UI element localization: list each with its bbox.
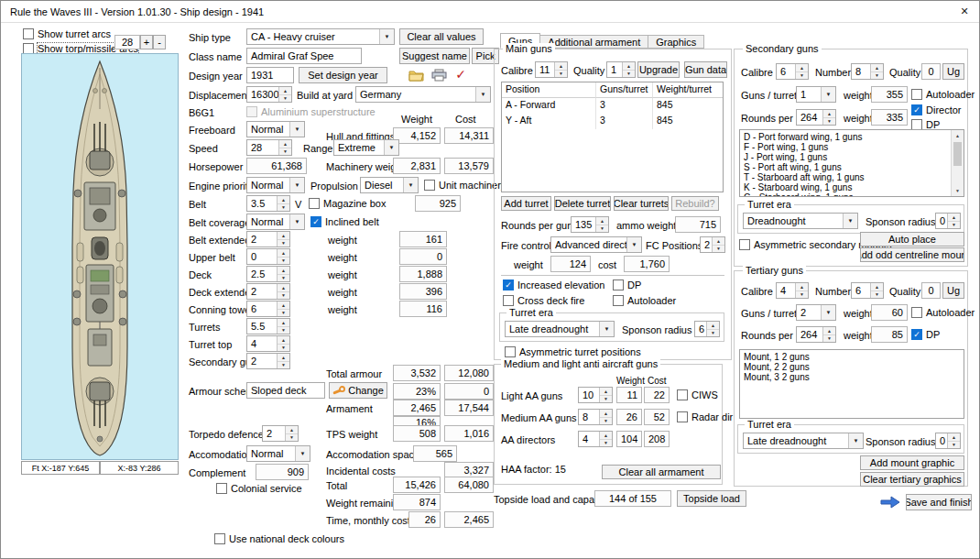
fire-control-select[interactable]: Advanced director (550, 236, 642, 253)
spinner-arrows-icon[interactable] (622, 62, 635, 77)
spinner-arrows-icon[interactable] (712, 237, 724, 252)
dropdown-arrow-icon[interactable] (289, 122, 304, 137)
suggest-name-button[interactable]: Suggest name (399, 48, 470, 64)
secondary-turret-era-select[interactable]: Dreadnought (743, 213, 858, 229)
accomodation-select[interactable]: Normal (246, 445, 310, 462)
dropdown-arrow-icon[interactable] (821, 87, 835, 102)
tertiary-upgrade-button[interactable]: Ug (942, 282, 964, 299)
arc-decrease-button[interactable]: - (153, 35, 166, 49)
change-armour-scheme-button[interactable]: Change (329, 382, 387, 399)
spinner-arrows-icon[interactable] (595, 217, 608, 232)
main-quality-spinner[interactable]: 1 (606, 61, 636, 78)
tertiary-rounds-spinner[interactable]: 264 (796, 326, 836, 343)
main-autoloader-checkbox[interactable]: Autoloader (613, 294, 676, 307)
arc-increase-button[interactable]: + (140, 35, 153, 49)
increased-elevation-checkbox[interactable]: Increased elevation (503, 279, 604, 291)
secondary-guns-per-turret-select[interactable]: 1 (796, 86, 836, 103)
clear-turrets-button[interactable]: Clear turrets (614, 196, 669, 211)
close-button[interactable]: ✕ (950, 1, 979, 22)
spinner-arrows-icon[interactable] (599, 388, 612, 402)
spinner-arrows-icon[interactable] (277, 284, 289, 299)
medium-aa-spinner[interactable]: 8 (578, 409, 613, 425)
topside-load-button[interactable]: Topside load (677, 490, 746, 507)
tertiary-mounts-list[interactable]: Mount, 1 2 guns Mount, 2 2 guns Mount, 3… (739, 349, 964, 419)
secondary-guns-armour-spinner[interactable]: 2 (246, 353, 290, 369)
range-select[interactable]: Extreme (333, 139, 399, 156)
list-item[interactable]: Mount, 1 2 guns (744, 352, 960, 362)
table-row[interactable]: Y - Aft3845 (502, 114, 723, 129)
tab-additional-armament[interactable]: Additional armament (540, 35, 648, 49)
dropdown-arrow-icon[interactable] (403, 178, 418, 192)
delete-turret-button[interactable]: Delete turret (554, 196, 611, 211)
load-folder-icon[interactable] (407, 68, 425, 82)
spinner-arrows-icon[interactable] (870, 64, 883, 79)
secondary-upgrade-button[interactable]: Ug (942, 63, 964, 80)
gun-data-button[interactable]: Gun data (684, 61, 727, 78)
scroll-up-icon[interactable] (952, 130, 964, 141)
aa-directors-spinner[interactable]: 4 (578, 431, 613, 447)
magazine-box-checkbox[interactable]: Magazine box (309, 197, 387, 210)
design-year-input[interactable]: 1931 (246, 67, 294, 83)
scroll-down-icon[interactable] (952, 185, 964, 196)
tertiary-dp-checkbox[interactable]: DP (911, 328, 940, 341)
speed-spinner[interactable]: 28 (246, 139, 292, 156)
tertiary-turret-era-select[interactable]: Late dreadnought (743, 433, 864, 449)
list-item[interactable]: D - Port forward wing, 1 guns (744, 132, 960, 142)
dropdown-arrow-icon[interactable] (475, 87, 490, 102)
dropdown-arrow-icon[interactable] (626, 237, 641, 252)
deck-spinner[interactable]: 2.5 (246, 266, 290, 282)
spinner-arrows-icon[interactable] (277, 232, 289, 247)
list-item[interactable]: S - Port aft wing, 1 guns (744, 162, 960, 172)
main-guns-table[interactable]: Position Guns/turret Weight/turret A - F… (501, 82, 724, 192)
ship-top-view[interactable] (21, 53, 179, 460)
add-mount-graphic-button[interactable]: Add mount graphic (860, 455, 964, 470)
light-aa-spinner[interactable]: 10 (578, 387, 613, 403)
secondary-autoloader-checkbox[interactable]: Autoloader (911, 88, 975, 101)
tertiary-sponson-spinner[interactable]: 0 (935, 433, 961, 449)
spinner-arrows-icon[interactable] (706, 322, 719, 336)
spinner-arrows-icon[interactable] (277, 336, 289, 351)
list-item[interactable]: J - Port wing, 1 guns (744, 152, 960, 162)
tertiary-autoloader-checkbox[interactable]: Autoloader (911, 306, 975, 319)
dropdown-arrow-icon[interactable] (384, 140, 398, 155)
main-dp-checkbox[interactable]: DP (613, 279, 641, 291)
belt-extended-spinner[interactable]: 2 (246, 231, 290, 247)
tertiary-number-spinner[interactable]: 6 (851, 282, 884, 299)
dropdown-arrow-icon[interactable] (379, 29, 394, 44)
list-item[interactable]: T - Starboard aft wing, 1 guns (744, 172, 960, 182)
spinner-arrows-icon[interactable] (277, 196, 289, 211)
belt-coverage-select[interactable]: Normal (246, 214, 305, 230)
show-turret-arcs-checkbox[interactable]: Show turret arcs (23, 27, 111, 40)
deck-extended-spinner[interactable]: 2 (246, 283, 290, 300)
list-item[interactable]: G - Starboard wing, 1 guns (744, 192, 960, 197)
turret-top-spinner[interactable]: 4 (246, 335, 290, 352)
print-icon[interactable] (430, 68, 448, 82)
clear-all-armament-button[interactable]: Clear all armament (602, 465, 721, 479)
spinner-arrows-icon[interactable] (599, 410, 612, 424)
main-turret-era-select[interactable]: Late dreadnought (505, 321, 615, 337)
list-item[interactable]: Mount, 3 2 guns (744, 372, 960, 382)
spinner-arrows-icon[interactable] (278, 87, 291, 102)
tab-graphics[interactable]: Graphics (648, 35, 704, 49)
engine-priority-select[interactable]: Normal (246, 177, 305, 193)
spinner-arrows-icon[interactable] (822, 327, 835, 342)
spinner-arrows-icon[interactable] (277, 354, 289, 368)
ciws-checkbox[interactable]: CIWS (677, 389, 718, 401)
spinner-arrows-icon[interactable] (554, 62, 567, 77)
spinner-arrows-icon[interactable] (870, 283, 883, 298)
spinner-arrows-icon[interactable] (277, 249, 289, 264)
list-item[interactable]: Mount, 2 2 guns (744, 362, 960, 372)
radar-director-checkbox[interactable]: Radar dir (677, 411, 733, 423)
spinner-arrows-icon[interactable] (947, 433, 960, 448)
spinner-arrows-icon[interactable] (795, 64, 808, 79)
list-item[interactable]: K - Starboard wing, 1 guns (744, 182, 960, 192)
ship-type-select[interactable]: CA - Heavy cruiser (246, 28, 395, 45)
torpedo-defence-spinner[interactable]: 2 (262, 425, 299, 442)
secondary-calibre-spinner[interactable]: 6 (776, 63, 809, 80)
upgrade-gun-button[interactable]: Upgrade (637, 61, 680, 78)
spinner-arrows-icon[interactable] (285, 426, 298, 441)
upper-belt-spinner[interactable]: 0 (246, 248, 290, 265)
dropdown-arrow-icon[interactable] (843, 214, 857, 228)
dropdown-arrow-icon[interactable] (289, 214, 304, 229)
main-sponson-spinner[interactable]: 6 (694, 321, 720, 337)
